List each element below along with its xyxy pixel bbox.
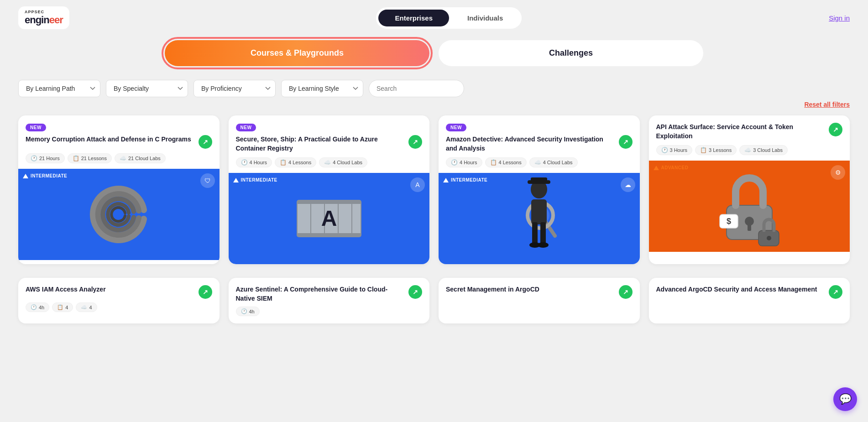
- bottom-card-4: Advanced ArgoCD Security and Access Mana…: [649, 278, 850, 323]
- card-title-4: API Attack Surface: Service Account & To…: [656, 123, 826, 141]
- learning-style-filter[interactable]: By Learning Style: [281, 80, 363, 97]
- card-meta-4: 🕐 3 Hours 📋 3 Lessons ☁️ 3 Cloud Labs: [656, 145, 843, 155]
- learning-path-filter[interactable]: By Learning Path: [18, 80, 100, 97]
- chat-bubble-button[interactable]: 💬: [833, 387, 857, 411]
- card-meta-2: 🕐 4 Hours 📋 4 Lessons ☁️ 4 Cloud Labs: [236, 157, 423, 167]
- bottom-card-2: Azure Sentinel: A Comprehensive Guide to…: [229, 278, 430, 323]
- svg-rect-2: [297, 233, 361, 237]
- card-title-row-2: Secure, Store, Ship: A Practical Guide t…: [236, 135, 423, 153]
- card-link-1[interactable]: ↗: [199, 135, 212, 149]
- card-image-3: INTERMEDIATE ☁: [439, 173, 640, 264]
- svg-rect-21: [748, 224, 751, 231]
- bottom-card-title-1: AWS IAM Access Analyzer: [26, 285, 195, 294]
- bottom-card-title-3: Secret Management in ArgoCD: [446, 285, 615, 294]
- labs-chip-1: ☁️ 21 Cloud Labs: [115, 153, 166, 163]
- lessons-chip-4: 📋 3 Lessons: [695, 145, 737, 155]
- clock-icon-1: 🕐: [31, 155, 37, 162]
- proficiency-filter[interactable]: By Proficiency: [193, 80, 276, 97]
- svg-point-18: [538, 242, 549, 248]
- card-link-3[interactable]: ↗: [619, 135, 633, 149]
- svg-rect-10: [531, 177, 547, 182]
- reset-filters-button[interactable]: Reset all filters: [804, 101, 850, 108]
- challenges-button[interactable]: Challenges: [439, 40, 703, 66]
- card-image-4: ADVANCED ⚙ $: [649, 161, 850, 252]
- courses-grid: NEW Memory Corruption Attack and Defense…: [0, 115, 868, 278]
- hours-chip-4: 🕐 3 Hours: [656, 145, 693, 155]
- svg-point-25: [767, 236, 771, 240]
- card-title-row-3: Amazon Detective: Advanced Security Inve…: [446, 135, 633, 153]
- level-badge-2: INTERMEDIATE: [233, 177, 277, 182]
- level-triangle-4: [654, 166, 659, 170]
- labs-chip-3: ☁️ 4 Cloud Labs: [529, 157, 578, 167]
- bottom-card-link-3[interactable]: ↗: [619, 285, 633, 299]
- c-spiral-visual: [18, 169, 220, 260]
- header: APPSEC engineer Enterprises Individuals …: [0, 0, 868, 36]
- sign-in-button[interactable]: Sign in: [829, 14, 850, 22]
- bottom-card-link-4[interactable]: ↗: [829, 285, 842, 299]
- enterprises-tab[interactable]: Enterprises: [378, 10, 449, 26]
- bottom-card-title-row-3: Secret Management in ArgoCD ↗: [446, 285, 633, 299]
- bottom-card-title-row-4: Advanced ArgoCD Security and Access Mana…: [656, 285, 843, 299]
- chat-icon: 💬: [839, 393, 852, 405]
- bc-hours-2: 🕐 4h: [236, 307, 260, 316]
- card-title-1: Memory Corruption Attack and Defense in …: [26, 135, 195, 144]
- page-nav: Courses & Playgrounds Challenges: [0, 36, 868, 75]
- card-info-1: NEW Memory Corruption Attack and Defense…: [18, 115, 220, 169]
- labs-icon-4: ☁️: [744, 147, 751, 153]
- corner-icon-1: 🛡: [200, 173, 215, 188]
- filters-bar: By Learning Path By Specialty By Profici…: [0, 75, 868, 101]
- level-badge-1: INTERMEDIATE: [23, 173, 67, 178]
- level-badge-3: INTERMEDIATE: [443, 177, 487, 182]
- new-badge-3: NEW: [446, 124, 466, 131]
- bottom-card-meta-1: 🕐 4h 📋 4 ☁️ 4: [26, 302, 212, 312]
- card-image-1: INTERMEDIATE 🛡: [18, 169, 220, 260]
- bottom-card-title-row-2: Azure Sentinel: A Comprehensive Guide to…: [236, 285, 423, 303]
- labs-icon-3: ☁️: [534, 159, 541, 166]
- hours-chip-2: 🕐 4 Hours: [236, 157, 272, 167]
- course-card-2: NEW Secure, Store, Ship: A Practical Gui…: [229, 115, 430, 264]
- svg-rect-14: [531, 199, 547, 224]
- labs-icon-1: ☁️: [120, 155, 126, 162]
- course-card-4: API Attack Surface: Service Account & To…: [649, 115, 850, 264]
- new-badge-2: NEW: [236, 124, 256, 131]
- course-card-3: NEW Amazon Detective: Advanced Security …: [439, 115, 640, 264]
- bottom-card-link-2[interactable]: ↗: [408, 285, 422, 299]
- card-link-4[interactable]: ↗: [829, 123, 842, 136]
- search-input[interactable]: [369, 80, 464, 97]
- logo-bottom-text: engineer: [25, 15, 63, 26]
- bottom-card-title-4: Advanced ArgoCD Security and Access Mana…: [656, 285, 826, 294]
- level-badge-4: ADVANCED: [654, 165, 689, 170]
- individuals-tab[interactable]: Individuals: [451, 10, 519, 26]
- hours-chip-3: 🕐 4 Hours: [446, 157, 482, 167]
- lessons-icon-1: 📋: [73, 155, 79, 162]
- svg-text:A: A: [321, 206, 337, 230]
- bc-hours-1: 🕐 4h: [26, 302, 49, 312]
- bottom-card-link-1[interactable]: ↗: [199, 285, 212, 299]
- labs-icon-2: ☁️: [324, 159, 331, 166]
- level-triangle-1: [23, 174, 28, 178]
- level-triangle-2: [233, 178, 239, 182]
- svg-rect-15: [532, 222, 538, 245]
- lessons-icon-3: 📋: [490, 159, 497, 166]
- lessons-chip-3: 📋 4 Lessons: [485, 157, 527, 167]
- card-image-2: INTERMEDIATE A A: [229, 173, 430, 264]
- clock-icon-2: 🕐: [241, 159, 248, 166]
- card-meta-1: 🕐 21 Hours 📋 21 Lessons ☁️ 21 Cloud Labs: [26, 153, 212, 163]
- top-nav: Enterprises Individuals: [376, 7, 522, 29]
- level-triangle-3: [443, 178, 449, 182]
- lessons-icon-2: 📋: [280, 159, 287, 166]
- courses-playgrounds-button[interactable]: Courses & Playgrounds: [165, 40, 429, 66]
- card-link-2[interactable]: ↗: [408, 135, 422, 149]
- azure-container-visual: A: [229, 173, 430, 264]
- labs-chip-2: ☁️ 4 Cloud Labs: [319, 157, 367, 167]
- bottom-card-3: Secret Management in ArgoCD ↗: [439, 278, 640, 323]
- bottom-card-1: AWS IAM Access Analyzer ↗ 🕐 4h 📋 4 ☁️ 4: [18, 278, 220, 323]
- specialty-filter[interactable]: By Specialty: [106, 80, 188, 97]
- logo-highlight: eer: [49, 14, 63, 26]
- labs-chip-4: ☁️ 3 Cloud Labs: [739, 145, 788, 155]
- svg-rect-16: [540, 222, 546, 245]
- card-meta-3: 🕐 4 Hours 📋 4 Lessons ☁️ 4 Cloud Labs: [446, 157, 633, 167]
- svg-text:$: $: [727, 217, 731, 226]
- corner-icon-3: ☁: [621, 177, 635, 192]
- lessons-chip-2: 📋 4 Lessons: [275, 157, 316, 167]
